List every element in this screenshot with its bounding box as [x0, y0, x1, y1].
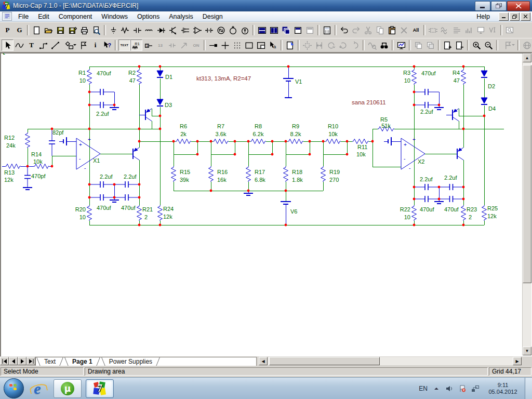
delete-icon[interactable]: [398, 24, 410, 36]
component-R3[interactable]: [412, 69, 417, 85]
next-page-button[interactable]: [18, 357, 26, 365]
label[interactable]: R14: [31, 151, 42, 157]
resistor-component-icon[interactable]: [119, 24, 131, 36]
flag-list-button[interactable]: [500, 39, 516, 51]
label[interactable]: R25: [487, 205, 498, 211]
label[interactable]: D1: [165, 74, 172, 80]
component-X1[interactable]: +-+-: [76, 137, 100, 171]
component-Q3[interactable]: [133, 148, 139, 160]
label[interactable]: 470pf: [31, 173, 46, 179]
scroll-up-button[interactable]: ▲: [523, 54, 531, 62]
scroll-down-button[interactable]: ▼: [523, 347, 531, 355]
help-mode-button[interactable]: ?: [101, 39, 113, 51]
component-R9[interactable]: [288, 139, 303, 144]
label[interactable]: 12k: [163, 214, 172, 220]
label[interactable]: 51k: [381, 123, 391, 129]
vi-probe-icon[interactable]: [487, 24, 499, 36]
label[interactable]: R13: [4, 169, 15, 176]
label[interactable]: 470uf: [121, 205, 136, 211]
zoom-out-button[interactable]: [483, 39, 495, 51]
component-R4[interactable]: [461, 69, 466, 85]
last-page-button[interactable]: [26, 357, 35, 365]
g-grid-mode-button[interactable]: G: [14, 24, 25, 36]
show-slope-icon[interactable]: [178, 39, 190, 51]
menu-item-edit[interactable]: Edit: [33, 12, 54, 21]
scroll-right-button[interactable]: ▶: [513, 357, 522, 365]
globe-button[interactable]: [521, 39, 532, 51]
component-R11[interactable]: [352, 139, 369, 144]
utorrent-taskbar-button[interactable]: µ: [54, 379, 82, 398]
diagonal-wire-button[interactable]: [49, 39, 61, 51]
component-C1[interactable]: [89, 89, 114, 95]
label[interactable]: 10: [79, 77, 86, 84]
print-icon[interactable]: [78, 24, 90, 36]
component-C9[interactable]: [439, 184, 463, 190]
component-R21[interactable]: [137, 205, 142, 221]
label[interactable]: 39k: [180, 177, 189, 183]
component-C10[interactable]: [24, 166, 31, 188]
close-button[interactable]: [507, 1, 530, 11]
label[interactable]: R2: [128, 70, 136, 76]
component-C6[interactable]: [89, 181, 114, 188]
label[interactable]: V1: [295, 78, 302, 85]
window-icon[interactable]: [292, 24, 304, 36]
add-page-button[interactable]: [442, 39, 454, 51]
component-C2[interactable]: [414, 89, 439, 95]
find-button[interactable]: [378, 39, 390, 51]
flag-mode-button[interactable]: [77, 39, 89, 51]
component-R8[interactable]: [250, 139, 266, 144]
label[interactable]: 16k: [217, 177, 227, 183]
bar-chart-icon[interactable]: [463, 24, 475, 36]
menu-item-analysis[interactable]: Analysis: [164, 12, 198, 21]
copy-icon[interactable]: [374, 24, 386, 36]
label[interactable]: D2: [488, 83, 495, 89]
menu-item-design[interactable]: Design: [198, 12, 228, 21]
component-R13[interactable]: [5, 164, 21, 169]
select-all-button[interactable]: All: [410, 24, 422, 36]
component-R12[interactable]: [25, 132, 30, 148]
drawing-area[interactable]: +-+-+-+-R110R247R310R447R551kR62kR73.6kR…: [0, 52, 532, 356]
save-icon[interactable]: [55, 24, 66, 36]
component-C7[interactable]: [114, 181, 139, 188]
graphics-shapes-button[interactable]: [61, 39, 77, 51]
transistor-component-icon[interactable]: [167, 24, 179, 36]
start-button[interactable]: [4, 378, 24, 398]
component-R23[interactable]: [461, 205, 466, 221]
label[interactable]: R6: [180, 123, 187, 129]
save-as-icon[interactable]: [66, 24, 78, 36]
tab-power-supplies[interactable]: Power Supplies: [101, 357, 161, 366]
microcap-taskbar-button[interactable]: 7: [86, 379, 114, 398]
properties-button[interactable]: [284, 39, 296, 51]
find-waveform-icon[interactable]: [366, 39, 378, 51]
minimize-button[interactable]: [475, 1, 490, 11]
show-pin-connections-toggle[interactable]: [166, 39, 178, 51]
new-file-icon[interactable]: [31, 24, 43, 36]
select-text-cursor-button[interactable]: a: [267, 39, 279, 51]
label[interactable]: X2: [418, 158, 424, 165]
label[interactable]: R19: [329, 169, 340, 175]
horizontal-scroll-thumb[interactable]: [269, 357, 380, 365]
calculator-icon[interactable]: [321, 24, 333, 36]
component-R2[interactable]: [137, 69, 142, 85]
label[interactable]: 470uf: [444, 206, 459, 212]
component-R6[interactable]: [176, 139, 191, 144]
scroll-left-button[interactable]: ◀: [259, 357, 268, 365]
component-X2[interactable]: +-+-: [401, 137, 425, 171]
label[interactable]: R11: [357, 144, 367, 150]
component-R7[interactable]: [213, 139, 229, 144]
label[interactable]: 12k: [4, 177, 14, 183]
label[interactable]: V6: [290, 208, 297, 215]
label[interactable]: 3.6k: [216, 131, 227, 137]
component-R15[interactable]: [171, 166, 176, 182]
menu-item-help[interactable]: Help: [472, 12, 495, 21]
component-R17[interactable]: [246, 166, 251, 182]
component-box-icon[interactable]: [427, 24, 439, 36]
label[interactable]: R3: [403, 70, 410, 76]
first-page-button[interactable]: [0, 357, 9, 365]
mdi-close-button[interactable]: [521, 12, 530, 21]
inductor-component-icon[interactable]: [143, 24, 155, 36]
label[interactable]: 2.2uf: [420, 176, 433, 182]
label[interactable]: 2: [144, 214, 148, 220]
text-mode-button[interactable]: T: [25, 39, 37, 51]
action-center-flag-icon[interactable]: [458, 384, 467, 393]
